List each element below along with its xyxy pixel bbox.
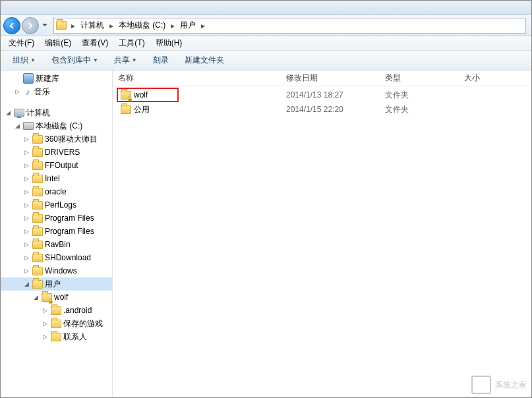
column-header-date[interactable]: 修改日期 [281, 72, 380, 84]
column-header-name[interactable]: 名称 [113, 72, 281, 84]
tree-item-folder[interactable]: ▷Windows [1, 264, 112, 277]
expander-icon[interactable]: ▷ [23, 215, 30, 222]
expander-icon[interactable]: ▷ [23, 254, 30, 262]
file-row[interactable]: wolf2014/1/13 18:27文件夹 [113, 88, 531, 102]
breadcrumb-separator[interactable]: ▸ [107, 18, 116, 33]
expander-icon[interactable]: ▷ [42, 307, 49, 314]
expander-icon[interactable]: ▷ [23, 149, 30, 156]
expander-icon[interactable]: ▷ [23, 241, 30, 248]
column-header-type[interactable]: 类型 [380, 72, 459, 84]
command-bar: 组织▼ 包含到库中▼ 共享▼ 刻录 新建文件夹 [1, 51, 531, 71]
menu-view[interactable]: 查看(V) [76, 36, 113, 50]
tree-item-folder[interactable]: ▷PerfLogs [1, 198, 112, 212]
computer-icon [14, 107, 24, 118]
tree-item-label: DRIVERS [45, 148, 80, 157]
tool-share[interactable]: 共享▼ [107, 53, 144, 68]
breadcrumb-separator[interactable]: ▸ [198, 18, 208, 33]
tree-item-folder[interactable]: ▷Program Files [1, 212, 112, 225]
nav-history-dropdown[interactable] [40, 18, 49, 34]
music-icon: ♪ [23, 87, 32, 96]
menu-edit[interactable]: 编辑(E) [40, 36, 76, 50]
tree-item-wolf[interactable]: ◢wolf [1, 291, 112, 304]
breadcrumb-label: 计算机 [80, 20, 104, 31]
expander-icon[interactable]: ▷ [23, 175, 30, 183]
expander-icon[interactable]: ▷ [23, 202, 30, 209]
expander-icon[interactable]: ▷ [23, 268, 30, 275]
tree-item-folder[interactable]: ▷保存的游戏 [1, 317, 112, 330]
file-name: wolf [134, 90, 148, 100]
expander-icon[interactable]: ▷ [42, 333, 49, 341]
expander-icon[interactable]: ▷ [42, 320, 49, 327]
expander-icon[interactable]: ◢ [14, 123, 21, 130]
tool-organize[interactable]: 组织▼ [6, 53, 42, 68]
tree-item-folder[interactable]: ▷Program Files [1, 225, 112, 238]
nav-back-button[interactable] [3, 17, 20, 34]
tree-item-folder[interactable]: ▷联系人 [1, 330, 112, 343]
chevron-down-icon: ▼ [132, 57, 137, 63]
tree-item-label: 联系人 [63, 331, 87, 343]
window-titlebar [1, 1, 531, 15]
tree-item-label: Program Files [45, 227, 94, 236]
folder-icon [51, 331, 61, 342]
expander-icon[interactable]: ▷ [23, 228, 30, 235]
column-header-size[interactable]: 大小 [459, 72, 531, 84]
tree-item-computer[interactable]: ◢计算机 [1, 106, 112, 119]
menu-file[interactable]: 文件(F) [3, 36, 40, 50]
breadcrumb-label: 本地磁盘 (C:) [119, 20, 165, 31]
tree-item-folder[interactable]: ▷FFOutput [1, 159, 112, 172]
arrow-right-icon [26, 22, 34, 30]
folder-icon [32, 213, 43, 223]
folder-icon [32, 239, 43, 250]
tree-item-label: FFOutput [45, 161, 78, 170]
tree-item-folder[interactable]: ▷Intel [1, 172, 112, 185]
folder-icon [32, 266, 43, 276]
expander-icon[interactable]: ▷ [23, 136, 30, 143]
tree-item-folder[interactable]: ▷.android [1, 304, 112, 317]
breadcrumb-separator[interactable]: ▸ [168, 18, 177, 33]
menu-bar: 文件(F) 编辑(E) 查看(V) 工具(T) 帮助(H) [1, 36, 531, 51]
expander-icon[interactable]: ◢ [23, 281, 30, 288]
expander-icon[interactable]: ▷ [23, 188, 30, 196]
breadcrumb-computer[interactable]: 计算机 [78, 18, 107, 33]
tree-item-label: RavBin [45, 240, 71, 249]
chevron-down-icon [42, 24, 47, 27]
tree-item-users[interactable]: ◢用户 [1, 277, 112, 291]
folder-icon [55, 20, 67, 32]
expander-icon[interactable]: ◢ [5, 109, 12, 117]
tree-item-folder[interactable]: ▷oracle [1, 185, 112, 198]
tree-item-label: .android [63, 306, 92, 315]
tree-item-folder[interactable]: ▷360驱动大师目 [1, 132, 112, 146]
tree-item-music[interactable]: ▷♪音乐 [1, 85, 112, 98]
file-list: wolf2014/1/13 18:27文件夹公用2014/1/15 22:20文… [113, 86, 531, 397]
address-bar[interactable]: ▸ 计算机 ▸ 本地磁盘 (C:) ▸ 用户 ▸ [53, 18, 526, 34]
breadcrumb-label: 用户 [180, 20, 196, 31]
tree-item-c-drive[interactable]: ◢本地磁盘 (C:) [1, 119, 112, 132]
menu-help[interactable]: 帮助(H) [150, 36, 188, 50]
menu-tools[interactable]: 工具(T) [113, 36, 150, 50]
tree-item-folder[interactable]: ▷DRIVERS [1, 146, 112, 159]
tree-item-folder[interactable]: ▷RavBin [1, 238, 112, 251]
tool-include-library[interactable]: 包含到库中▼ [45, 53, 105, 68]
nav-forward-button[interactable] [22, 17, 39, 34]
tree-item-new-library[interactable]: 新建库 [1, 72, 112, 85]
chevron-down-icon: ▼ [30, 57, 36, 63]
folder-icon [51, 318, 61, 329]
breadcrumb-users[interactable]: 用户 [177, 18, 198, 33]
tree-item-label: SHDownload [45, 253, 91, 262]
tool-new-folder[interactable]: 新建文件夹 [178, 53, 231, 68]
tree-item-folder[interactable]: ▷SHDownload [1, 251, 112, 264]
file-type: 文件夹 [380, 90, 459, 101]
expander-icon[interactable]: ▷ [23, 162, 30, 169]
tool-burn[interactable]: 刻录 [146, 53, 175, 68]
expander-icon[interactable]: ◢ [32, 294, 40, 301]
file-type: 文件夹 [380, 104, 459, 115]
file-row[interactable]: 公用2014/1/15 22:20文件夹 [113, 102, 531, 117]
tree-item-label: Windows [45, 266, 77, 275]
breadcrumb-separator[interactable]: ▸ [69, 18, 78, 33]
tree-item-label: PerfLogs [45, 200, 76, 210]
file-date: 2014/1/15 22:20 [281, 105, 380, 114]
folder-icon [32, 160, 43, 171]
breadcrumb-drive[interactable]: 本地磁盘 (C:) [116, 18, 168, 33]
file-list-pane: 名称 修改日期 类型 大小 wolf2014/1/13 18:27文件夹公用20… [113, 71, 531, 397]
expander-icon[interactable]: ▷ [14, 88, 21, 96]
